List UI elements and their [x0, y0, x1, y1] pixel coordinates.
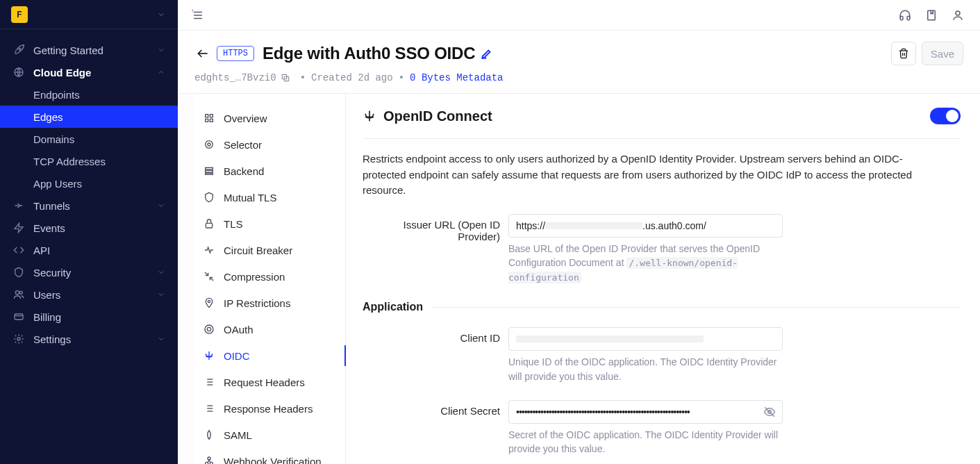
application-heading: Application — [363, 301, 423, 313]
circuit-icon — [203, 244, 215, 256]
gear-icon — [13, 333, 25, 345]
sidebar-account-switcher[interactable]: F — [0, 0, 178, 29]
sidebar-subitem-endpoints[interactable]: Endpoints — [0, 83, 178, 106]
sidebar-item-cloud-edge[interactable]: Cloud Edge — [0, 61, 178, 83]
chevron-down-icon — [157, 290, 165, 299]
sidebar-subitem-tcp-addresses[interactable]: TCP Addresses — [0, 150, 178, 172]
sidebar-subitem-app-users[interactable]: App Users — [0, 172, 178, 194]
svg-rect-19 — [210, 115, 213, 117]
support-icon[interactable] — [897, 7, 913, 24]
config-item-label: Selector — [224, 139, 262, 151]
edge-id-suffix: 7Bvzi0 — [241, 72, 276, 83]
oidc-icon — [203, 349, 215, 362]
save-button[interactable]: Save — [922, 42, 963, 65]
lock-icon — [203, 217, 215, 230]
config-item-label: OIDC — [224, 350, 250, 362]
sidebar-item-tunnels[interactable]: Tunnels — [0, 194, 178, 217]
docs-icon[interactable] — [923, 7, 940, 24]
layers-icon — [203, 165, 215, 177]
page-header: HTTPS Edge with Auth0 SSO OIDC Save edgh… — [178, 31, 980, 94]
svg-rect-24 — [206, 167, 213, 169]
oidc-icon — [363, 109, 376, 123]
svg-rect-21 — [210, 119, 213, 122]
sidebar-item-label: Settings — [33, 333, 71, 345]
issuer-url-help: Base URL of the Open ID Provider that se… — [508, 242, 786, 285]
config-item-circuit-breaker[interactable]: Circuit Breaker — [194, 237, 345, 263]
chevron-down-icon — [157, 46, 165, 54]
webhook-icon — [203, 455, 215, 464]
config-item-selector[interactable]: Selector — [194, 131, 345, 158]
metadata-link[interactable]: 0 Bytes Metadata — [410, 72, 503, 83]
svg-line-29 — [210, 277, 213, 281]
user-menu-icon[interactable] — [949, 7, 966, 24]
created-ago: Created 2d ago — [311, 72, 393, 83]
sidebar-item-label: Events — [33, 222, 65, 234]
sidebar-item-getting-started[interactable]: Getting Started — [0, 39, 178, 61]
config-item-backend[interactable]: Backend — [194, 158, 345, 184]
sidebar: F Getting StartedCloud EdgeEndpointsEdge… — [0, 0, 178, 464]
collapse-sidebar-icon[interactable] — [192, 9, 204, 22]
back-arrow-icon[interactable] — [194, 45, 211, 62]
client-secret-label: Client Secret — [363, 400, 508, 417]
sidebar-subitem-domains[interactable]: Domains — [0, 128, 178, 150]
chevron-down-icon — [157, 335, 165, 343]
config-item-label: TLS — [224, 218, 243, 230]
config-item-label: Overview — [224, 113, 267, 124]
location-icon — [203, 297, 215, 309]
config-item-label: Response Headers — [224, 403, 313, 415]
section-description: Restricts endpoint access to only users … — [363, 151, 932, 199]
config-item-overview[interactable]: Overview — [194, 105, 345, 131]
svg-point-32 — [207, 327, 210, 331]
chevron-up-icon — [157, 68, 165, 76]
sidebar-item-events[interactable]: Events — [0, 217, 178, 239]
code-icon — [13, 244, 25, 256]
sidebar-item-security[interactable]: Security — [0, 261, 178, 283]
rocket-icon — [13, 44, 25, 56]
page-meta: edghts_…7Bvzi0 • Created 2d ago • 0 Byte… — [194, 72, 963, 83]
issuer-url-input[interactable]: https://.us.auth0.com/ — [508, 214, 783, 238]
card-icon — [13, 310, 25, 323]
config-item-oauth[interactable]: OAuth — [194, 316, 345, 342]
config-item-compression[interactable]: Compression — [194, 263, 345, 290]
bolt-icon — [13, 222, 25, 234]
config-item-oidc[interactable]: OIDC — [194, 342, 345, 369]
client-id-input[interactable] — [508, 327, 783, 351]
svg-point-23 — [208, 143, 210, 146]
config-item-label: Mutual TLS — [224, 192, 276, 204]
sidebar-item-settings[interactable]: Settings — [0, 328, 178, 350]
config-item-response-headers[interactable]: Response Headers — [194, 395, 345, 422]
list-icon — [203, 376, 215, 388]
shield-icon — [203, 191, 215, 204]
config-item-label: OAuth — [224, 324, 254, 335]
config-item-ip-restrictions[interactable]: IP Restrictions — [194, 290, 345, 316]
svg-point-30 — [208, 300, 210, 302]
config-item-saml[interactable]: SAML — [194, 422, 345, 448]
main: HTTPS Edge with Auth0 SSO OIDC Save edgh… — [178, 0, 980, 464]
client-secret-input[interactable] — [508, 400, 783, 424]
sidebar-subitem-edges[interactable]: Edges — [0, 106, 178, 128]
delete-button[interactable] — [891, 42, 916, 65]
list-icon — [203, 402, 215, 415]
edit-title-icon[interactable] — [481, 47, 493, 60]
oidc-toggle[interactable] — [930, 108, 961, 124]
sidebar-item-api[interactable]: API — [0, 239, 178, 261]
config-item-label: Request Headers — [224, 376, 305, 388]
svg-rect-26 — [206, 173, 213, 174]
config-item-tls[interactable]: TLS — [194, 210, 345, 237]
sidebar-nav: Getting StartedCloud EdgeEndpointsEdgesD… — [0, 29, 178, 350]
config-item-label: Compression — [224, 271, 285, 283]
svg-marker-3 — [15, 223, 23, 232]
config-item-request-headers[interactable]: Request Headers — [194, 369, 345, 395]
config-item-webhook-verification[interactable]: Webhook Verification — [194, 448, 345, 464]
svg-rect-27 — [206, 223, 212, 228]
chevron-down-icon — [157, 268, 165, 276]
svg-rect-25 — [206, 170, 213, 172]
sidebar-item-users[interactable]: Users — [0, 283, 178, 306]
config-item-label: Backend — [224, 165, 264, 177]
copy-id-icon[interactable] — [281, 73, 290, 83]
sidebar-item-billing[interactable]: Billing — [0, 306, 178, 328]
target-icon — [203, 138, 215, 151]
config-item-mutual-tls[interactable]: Mutual TLS — [194, 184, 345, 210]
client-secret-help: Secret of the OIDC application. The OIDC… — [508, 428, 786, 456]
reveal-secret-icon[interactable] — [763, 406, 776, 418]
